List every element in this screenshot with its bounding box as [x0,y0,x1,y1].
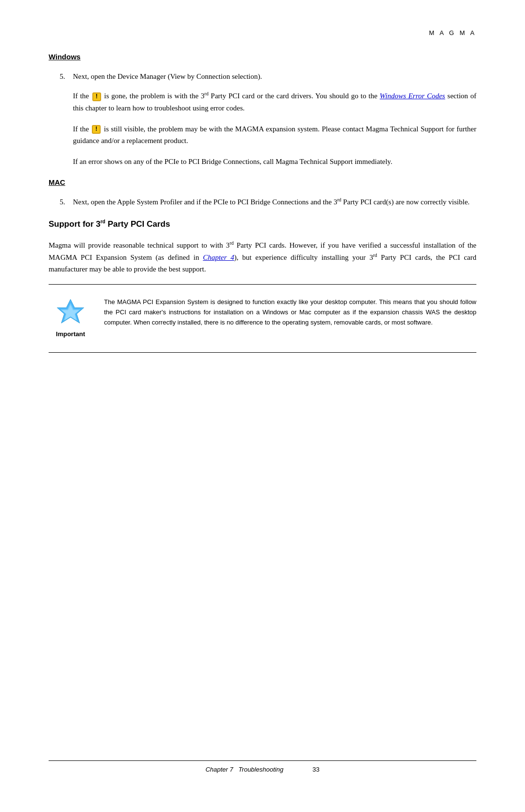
warning-icon-1 [92,92,101,101]
mac-item5-text: Next, open the Apple System Profiler and… [73,198,337,206]
para2-mid: is still visible, the problem may be wit… [73,125,476,145]
list-number-5: 5. [49,71,73,82]
important-icon-container: Important [49,297,92,340]
mac-item5-sup: rd [337,197,341,202]
footer-chapter: Chapter 7 Troubleshooting [206,766,283,773]
page-header: M A G M A [49,29,476,36]
page-footer: Chapter 7 Troubleshooting 33 [49,760,476,773]
windows-list-item-5: 5. Next, open the Device Manager (View b… [49,71,476,82]
windows-para3: If an error shows on any of the PCIe to … [73,156,476,168]
support-para1-end: ), but experience difficulty installing … [234,253,373,261]
support-heading-sup: rd [101,219,105,224]
page: M A G M A Windows 5. Next, open the Devi… [0,0,525,812]
important-text: The MAGMA PCI Expansion System is design… [104,297,476,327]
para1-sup: rd [205,91,209,96]
windows-section: Windows 5. Next, open the Device Manager… [49,51,476,168]
support-heading-end: Party PCI Cards [105,219,170,229]
divider-bottom [49,352,476,353]
important-star-icon [53,297,88,326]
mac-list-item-5: 5. Next, open the Apple System Profiler … [49,196,476,208]
para1-cont: Party PCI card or the card drivers. You … [209,92,380,100]
important-label: Important [56,329,85,340]
chapter4-link[interactable]: Chapter 4 [203,253,234,261]
windows-para1: If the is gone, the problem is with the … [73,90,476,114]
footer-chapter-label: Chapter 7 [206,766,233,773]
para1-start: If the [73,92,91,100]
brand-label: M A G M A [429,29,476,36]
support-para1-start: Magma will provide reasonable technical … [49,241,229,249]
footer-page-number: 33 [313,766,319,773]
support-para1-sup2: rd [373,253,377,258]
footer-section-label: Troubleshooting [239,766,283,773]
support-heading-start: Support for 3 [49,219,101,229]
windows-error-codes-link[interactable]: Windows Error Codes [380,92,445,100]
important-box: Important The MAGMA PCI Expansion System… [49,289,476,347]
para3-text: If an error shows on any of the PCIe to … [73,158,392,165]
support-heading: Support for 3rd Party PCI Cards [49,217,476,231]
para2-start: If the [73,125,91,133]
divider-top [49,284,476,285]
para1-mid: is gone, the problem is with the 3 [102,92,205,100]
mac-list-number-5: 5. [49,196,73,208]
mac-list-text-5: Next, open the Apple System Profiler and… [73,196,476,208]
support-para1: Magma will provide reasonable technical … [49,239,476,275]
main-content: Windows 5. Next, open the Device Manager… [49,51,476,760]
windows-para2: If the is still visible, the problem may… [73,123,476,147]
warning-icon-2 [92,125,101,134]
mac-title: MAC [49,177,476,188]
windows-title: Windows [49,51,476,63]
support-para1-sup: rd [229,240,233,246]
mac-item5-text2: Party PCI card(s) are now correctly visi… [341,198,470,206]
list-text-5: Next, open the Device Manager (View by C… [73,71,476,82]
mac-section: MAC 5. Next, open the Apple System Profi… [49,177,476,208]
